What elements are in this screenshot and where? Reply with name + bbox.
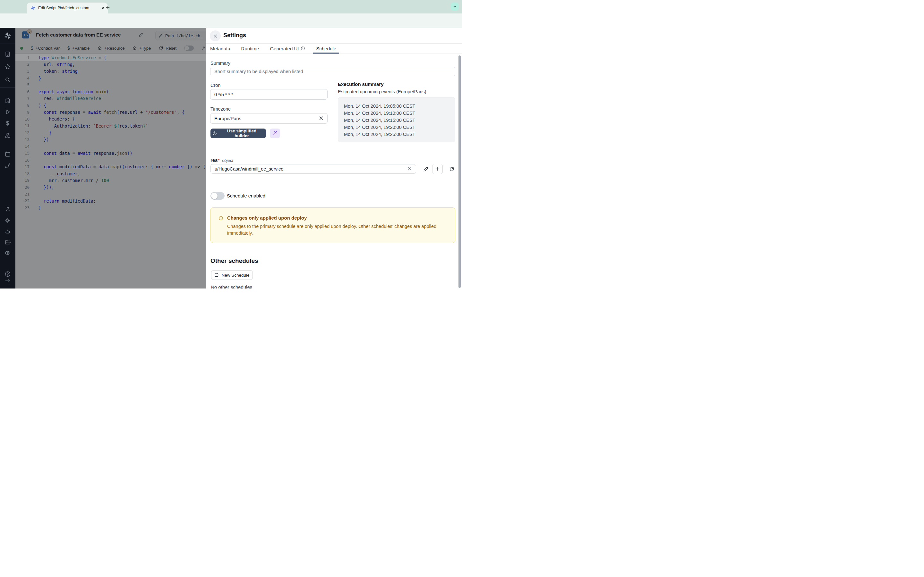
tab-schedule[interactable]: Schedule xyxy=(316,43,336,53)
calendar-icon xyxy=(214,273,219,277)
res-edit-pencil-button[interactable] xyxy=(421,166,431,172)
browser-tab[interactable]: Edit Script f/bd/fetch_custom xyxy=(27,3,108,13)
sidebar-item-runs[interactable] xyxy=(5,109,11,115)
dim-overlay[interactable] xyxy=(15,28,206,288)
settings-drawer: Settings Metadata Runtime Generated UI S… xyxy=(206,28,462,288)
sidebar-divider xyxy=(0,44,15,44)
app-sidebar xyxy=(0,28,15,288)
no-other-schedules-text: No other schedules xyxy=(211,284,252,288)
browser-tab-strip: Edit Script f/bd/fetch_custom xyxy=(0,0,462,13)
upcoming-events-box: Mon, 14 Oct 2024, 19:05:00 CESTMon, 14 O… xyxy=(338,97,455,142)
schedule-enabled-label: Schedule enabled xyxy=(227,193,265,198)
alert-circle-icon xyxy=(218,216,223,221)
sidebar-divider xyxy=(0,87,15,87)
chevron-down-icon[interactable] xyxy=(451,3,459,11)
schedule-enabled-toggle[interactable] xyxy=(210,192,225,200)
clock-icon xyxy=(212,131,217,135)
res-add-button[interactable] xyxy=(432,164,443,174)
upcoming-event: Mon, 14 Oct 2024, 19:20:00 CEST xyxy=(344,124,455,131)
sidebar-item-workspace[interactable] xyxy=(5,51,11,57)
upcoming-event: Mon, 14 Oct 2024, 19:15:00 CEST xyxy=(344,117,455,124)
summary-input[interactable] xyxy=(210,67,455,76)
res-clear-icon[interactable] xyxy=(407,166,412,171)
sidebar-item-variables[interactable] xyxy=(5,120,11,127)
cron-input[interactable] xyxy=(210,89,328,100)
new-tab-icon[interactable] xyxy=(105,4,111,11)
deploy-warning-box: Changes only applied upon deploy Changes… xyxy=(210,207,455,243)
tab-generated-ui[interactable]: Generated UI xyxy=(270,43,305,53)
close-settings-button[interactable] xyxy=(210,31,221,41)
tab-title: Edit Script f/bd/fetch_custom xyxy=(38,6,97,10)
tab-metadata[interactable]: Metadata xyxy=(210,43,230,53)
summary-label: Summary xyxy=(210,61,230,66)
sidebar-item-help-icon[interactable] xyxy=(5,271,11,277)
upcoming-event: Mon, 14 Oct 2024, 19:10:00 CEST xyxy=(344,110,455,117)
other-schedules-heading: Other schedules xyxy=(210,258,258,264)
sidebar-item-routes[interactable] xyxy=(5,163,11,169)
sidebar-item-audit-eye-icon[interactable] xyxy=(5,250,11,256)
upcoming-event: Mon, 14 Oct 2024, 19:25:00 CEST xyxy=(344,131,455,138)
info-icon xyxy=(300,46,305,51)
divider xyxy=(206,53,462,54)
warning-body: Changes to the primary schedule are only… xyxy=(227,223,452,236)
timezone-clear-icon[interactable] xyxy=(318,116,324,121)
sidebar-item-users[interactable] xyxy=(5,206,11,213)
settings-tabs: Metadata Runtime Generated UI Schedule xyxy=(210,43,336,53)
pencil-icon xyxy=(423,166,429,172)
cron-label: Cron xyxy=(210,83,220,88)
sidebar-item-favorites[interactable] xyxy=(5,63,11,70)
close-icon xyxy=(213,34,218,39)
sidebar-item-workers-robot-icon[interactable] xyxy=(5,228,11,235)
sidebar-item-home[interactable] xyxy=(5,97,11,103)
sidebar-item-folders-icon[interactable] xyxy=(5,239,11,245)
res-input[interactable] xyxy=(210,164,416,174)
sidebar-collapse-arrow-icon[interactable] xyxy=(5,277,11,284)
use-simplified-builder-button[interactable]: Use simplified builder xyxy=(210,129,266,138)
res-refresh-button[interactable] xyxy=(447,166,457,172)
settings-title: Settings xyxy=(223,32,246,39)
sidebar-item-search[interactable] xyxy=(5,77,11,83)
required-asterisk: * xyxy=(218,157,220,163)
warning-title: Changes only applied upon deploy xyxy=(227,215,307,221)
windmill-logo-icon[interactable] xyxy=(3,32,12,40)
execution-summary-subheading: Estimated upcoming events (Europe/Paris) xyxy=(338,89,426,94)
res-field-label: res* object xyxy=(210,157,233,163)
upcoming-event: Mon, 14 Oct 2024, 19:05:00 CEST xyxy=(344,103,455,110)
timezone-label: Timezone xyxy=(210,106,231,111)
magic-wand-icon xyxy=(272,131,278,136)
sidebar-item-settings-gear-icon[interactable] xyxy=(5,218,11,224)
sidebar-item-schedules[interactable] xyxy=(5,151,11,157)
scrollbar-thumb[interactable] xyxy=(459,55,461,288)
sidebar-item-resources[interactable] xyxy=(5,132,11,139)
plus-icon xyxy=(435,166,440,171)
browser-toolbar: app.windmill.dev/scripts/edit/f/bd/fetch… xyxy=(0,13,462,28)
execution-summary-heading: Execution summary xyxy=(338,81,384,87)
refresh-icon xyxy=(449,166,455,172)
new-schedule-button[interactable]: New Schedule xyxy=(211,270,253,280)
timezone-input[interactable] xyxy=(210,113,328,124)
res-field-type: object xyxy=(222,158,233,163)
ai-cron-wand-button[interactable] xyxy=(270,129,280,138)
favicon-windmill-icon xyxy=(31,5,36,11)
tab-runtime[interactable]: Runtime xyxy=(241,43,259,53)
